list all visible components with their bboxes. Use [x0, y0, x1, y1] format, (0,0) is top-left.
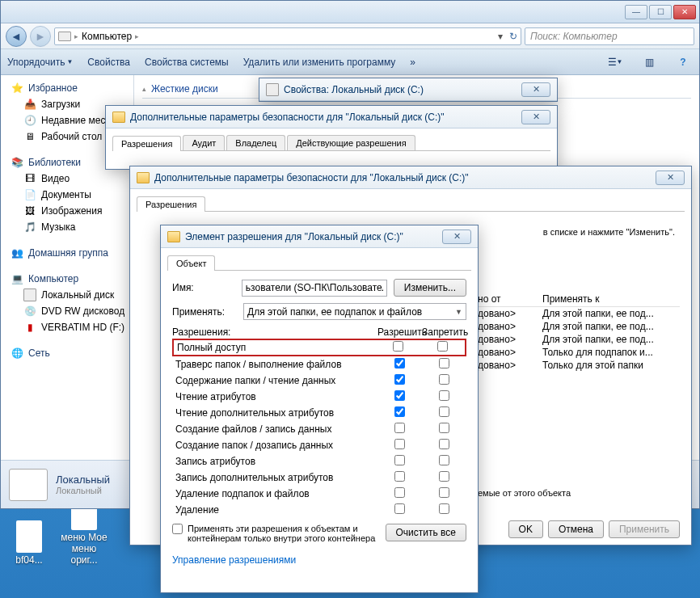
sidebar-item-video[interactable]: 🎞Видео [1, 171, 133, 187]
ok-button[interactable]: OK [508, 520, 543, 538]
refresh-icon[interactable]: ↻ [509, 31, 517, 42]
allow-checkbox[interactable] [394, 471, 405, 482]
inheritance-row[interactable]: довано>Для этой папки, ее под... [478, 333, 680, 346]
permission-name: Чтение атрибутов [172, 391, 377, 402]
security-dialog-1: Дополнительные параметры безопасности дл… [105, 105, 558, 170]
tab-audit[interactable]: Аудит [183, 135, 225, 150]
permission-name: Создание файлов / запись данных [172, 423, 377, 435]
computer-icon: 💻 [11, 272, 23, 285]
inheritance-row[interactable]: довано>Для этой папки, ее под... [478, 307, 680, 320]
apply-to-label: Применять: [172, 306, 237, 318]
navbar: ◄ ► ▸ Компьютер ▸ ▾ ↻ Поиск: Компьютер [1, 23, 699, 49]
forward-button[interactable]: ► [30, 26, 51, 47]
allow-checkbox[interactable] [394, 487, 405, 498]
dialog-title: Дополнительные параметры безопасности дл… [130, 112, 517, 123]
deny-checkbox[interactable] [439, 423, 449, 433]
allow-checkbox[interactable] [394, 503, 405, 514]
breadcrumb[interactable]: ▸ Компьютер ▸ ▾ ↻ [54, 27, 521, 45]
tab-effective[interactable]: Действующие разрешения [287, 135, 415, 150]
deny-checkbox[interactable] [437, 341, 448, 352]
drive-icon [23, 288, 36, 301]
sidebar-item-documents[interactable]: 📄Документы [1, 187, 133, 203]
deny-checkbox[interactable] [439, 406, 449, 417]
help-icon[interactable]: ? [673, 53, 693, 71]
name-label: Имя: [172, 282, 235, 293]
sidebar-item-pictures[interactable]: 🖼Изображения [1, 203, 133, 219]
close-button[interactable]: ✕ [673, 5, 696, 19]
apply-to-containers-checkbox[interactable] [172, 524, 183, 534]
close-button[interactable]: ✕ [442, 230, 471, 244]
desktop-icon[interactable]: bf04... [5, 520, 53, 566]
apply-button[interactable]: Применить [609, 520, 680, 538]
deny-checkbox[interactable] [439, 374, 449, 385]
sidebar-homegroup[interactable]: 👥Домашняя группа [1, 245, 133, 261]
allow-checkbox[interactable] [394, 455, 405, 465]
close-button[interactable]: ✕ [521, 110, 550, 124]
sidebar-item-dvd[interactable]: 💿DVD RW дисковод [1, 303, 133, 319]
back-button[interactable]: ◄ [6, 26, 27, 47]
uninstall-program-button[interactable]: Удалить или изменить программу [243, 57, 396, 68]
deny-checkbox[interactable] [439, 439, 449, 449]
close-button[interactable]: ✕ [521, 82, 550, 97]
deny-checkbox[interactable] [439, 471, 449, 482]
properties-button[interactable]: Свойства [87, 57, 130, 68]
inheritance-row[interactable]: довано>Только для этой папки [478, 359, 680, 372]
clear-all-button[interactable]: Очистить все [386, 524, 466, 541]
search-input[interactable]: Поиск: Компьютер [525, 27, 694, 45]
deny-checkbox[interactable] [439, 390, 449, 401]
manage-permissions-link[interactable]: Управление разрешениями [172, 554, 296, 566]
breadcrumb-segment[interactable]: Компьютер [82, 31, 132, 42]
sidebar-item-verbatim[interactable]: ▮VERBATIM HD (F:) [1, 319, 133, 335]
tab-owner[interactable]: Владелец [226, 135, 285, 150]
minimize-button[interactable]: — [625, 5, 647, 19]
allow-checkbox[interactable] [394, 374, 405, 385]
view-mode-icon[interactable]: ☰ ▼ [605, 53, 625, 71]
properties-dialog: Свойства: Локальный диск (C:) ✕ [259, 78, 558, 102]
dropdown-arrow-icon[interactable]: ▾ [498, 31, 503, 42]
close-button[interactable]: ✕ [656, 171, 685, 185]
tab-strip: Разрешения [137, 196, 685, 212]
deny-checkbox[interactable] [439, 503, 449, 514]
allow-checkbox[interactable] [394, 390, 405, 401]
tab-permissions[interactable]: Разрешения [137, 196, 205, 212]
sidebar-item-local-disk[interactable]: Локальный диск [1, 287, 133, 303]
deny-checkbox[interactable] [439, 358, 449, 368]
inheritance-row[interactable]: довано>Для этой папки, ее под... [478, 320, 680, 333]
apply-to-combo[interactable]: Для этой папки, ее подпапок и файлов ▼ [243, 303, 466, 320]
sidebar-favorites[interactable]: ⭐Избранное [1, 80, 133, 96]
permission-row: Чтение атрибутов [172, 389, 466, 405]
permission-name: Содержание папки / чтение данных [172, 375, 377, 386]
organize-menu[interactable]: Упорядочить ▼ [7, 57, 73, 68]
tab-permissions[interactable]: Разрешения [112, 136, 181, 151]
sidebar-item-music[interactable]: 🎵Музыка [1, 219, 133, 235]
details-title: Локальный [56, 474, 110, 486]
permission-row: Чтение дополнительных атрибутов [172, 405, 466, 421]
allow-checkbox[interactable] [394, 406, 405, 417]
more-chevron[interactable]: » [410, 57, 415, 68]
cancel-button[interactable]: Отмена [548, 520, 604, 538]
dialog-title: Дополнительные параметры безопасности дл… [154, 172, 651, 183]
deny-checkbox[interactable] [439, 455, 449, 465]
col-header: Применять к [542, 293, 680, 305]
permission-row: Полный доступ [172, 339, 466, 356]
allow-checkbox[interactable] [394, 358, 405, 368]
preview-pane-icon[interactable]: ▥ [639, 53, 659, 71]
inheritance-row[interactable]: довано>Только для подпапок и... [478, 346, 680, 359]
library-icon: 📚 [11, 156, 23, 169]
deny-checkbox[interactable] [439, 487, 449, 498]
chevron-right-icon: ▸ [135, 32, 139, 40]
sidebar-computer[interactable]: 💻Компьютер [1, 271, 133, 287]
sidebar-network[interactable]: 🌐Сеть [1, 345, 133, 361]
allow-checkbox[interactable] [394, 439, 405, 449]
search-placeholder: Поиск: Компьютер [530, 31, 618, 42]
star-icon: ⭐ [11, 82, 23, 95]
collapse-icon: ▴ [142, 85, 146, 93]
allow-checkbox[interactable] [394, 423, 405, 433]
change-button[interactable]: Изменить... [394, 279, 466, 297]
system-properties-button[interactable]: Свойства системы [145, 57, 229, 68]
maximize-button[interactable]: ☐ [649, 5, 672, 19]
tab-object[interactable]: Объект [167, 255, 215, 271]
name-field[interactable] [242, 280, 387, 297]
music-icon: 🎵 [23, 221, 36, 234]
allow-checkbox[interactable] [393, 341, 403, 352]
